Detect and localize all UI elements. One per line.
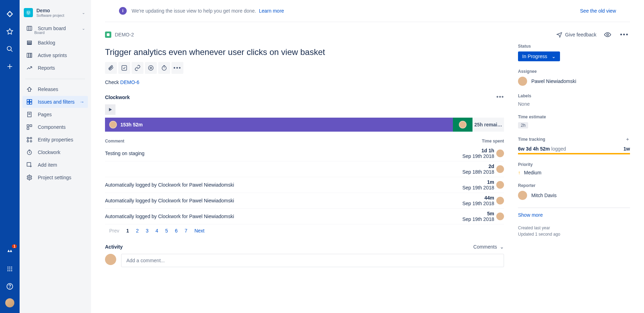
svg-point-38	[30, 137, 32, 139]
project-switcher[interactable]: Demo Software project ⌄	[22, 8, 88, 22]
svg-point-9	[11, 269, 12, 270]
clockwork-play-button[interactable]	[105, 104, 115, 115]
worklog-row[interactable]: Automatically logged by Clockwork for Pa…	[105, 209, 504, 224]
svg-rect-36	[27, 128, 29, 130]
activity-dropdown[interactable]: Comments ⌄	[473, 244, 504, 250]
sidebar-item-active-sprints[interactable]: Active sprints	[22, 49, 88, 61]
link-button[interactable]	[132, 62, 144, 74]
subtask-button[interactable]	[118, 62, 130, 74]
notification-badge: 1	[12, 244, 17, 248]
star-icon[interactable]	[4, 26, 15, 37]
worklog-time: 1mSep 19th 2018	[445, 179, 494, 190]
notification-icon[interactable]: 1	[4, 246, 15, 257]
time-bar-current	[453, 118, 472, 132]
more-actions-icon[interactable]: •••	[619, 29, 630, 40]
more-toolbar-button[interactable]: •••	[172, 62, 183, 74]
pager-page[interactable]: 5	[165, 228, 168, 234]
svg-point-53	[148, 65, 153, 70]
pager-page[interactable]: 7	[185, 228, 188, 234]
desc-link[interactable]: DEMO-6	[120, 79, 139, 85]
issue-description[interactable]: Check DEMO-6	[105, 79, 504, 85]
attach-button[interactable]	[105, 62, 117, 74]
svg-point-6	[11, 266, 12, 267]
give-feedback-label: Give feedback	[565, 32, 597, 37]
sidebar-item-label: Reports	[38, 65, 55, 71]
worklog-time: 1d 1hSep 19th 2018	[445, 148, 494, 159]
pager-page[interactable]: 3	[146, 228, 148, 234]
tt-logged-suffix: logged	[551, 146, 566, 152]
status-value: In Progress	[522, 54, 547, 59]
breadcrumb[interactable]: DEMO-2	[105, 32, 134, 38]
sidebar-item-label: Releases	[38, 86, 58, 92]
svg-rect-34	[27, 125, 29, 126]
worklog-row[interactable]: 2dSep 18th 2018	[105, 161, 504, 177]
sidebar-item-label: Entity properties	[38, 137, 73, 142]
board-icon	[26, 25, 33, 32]
time-tracking-label: Time tracking	[518, 137, 545, 142]
sidebar-item-components[interactable]: Components	[22, 121, 88, 133]
project-name: Demo	[36, 8, 64, 13]
labels-value[interactable]: None	[518, 101, 630, 107]
comment-input[interactable]: Add a comment...	[121, 254, 504, 267]
project-sidebar: Demo Software project ⌄ Scrum board ⌄ Bo…	[20, 0, 91, 313]
pager-page[interactable]: 2	[136, 228, 139, 234]
clockwork-more-icon[interactable]: •••	[496, 93, 504, 101]
svg-rect-29	[27, 102, 29, 104]
add-time-icon[interactable]: ＋	[625, 136, 630, 142]
old-view-link[interactable]: See the old view	[580, 8, 616, 14]
sidebar-item-entity-properties[interactable]: Entity properties	[22, 134, 88, 146]
time-tracking-line[interactable]: 6w 3d 4h 52m logged 1w	[518, 146, 630, 152]
divider	[518, 208, 630, 208]
worklog-row[interactable]: Automatically logged by Clockwork for Pa…	[105, 193, 504, 209]
svg-rect-28	[30, 99, 32, 102]
time-bar-logged: 153h 52m	[105, 118, 453, 132]
stopwatch-button[interactable]	[158, 62, 170, 74]
sidebar-item-scrum-board[interactable]: Scrum board ⌄	[22, 22, 88, 32]
svg-point-17	[29, 12, 30, 13]
sidebar-item-issues-filters[interactable]: Issues and filters →	[22, 96, 88, 108]
worklog-row[interactable]: Testing on staging1d 1hSep 19th 2018	[105, 146, 504, 161]
sidebar-item-add-item[interactable]: Add item	[22, 159, 88, 171]
info-icon: i	[119, 7, 127, 15]
sidebar-item-backlog[interactable]: Backlog	[22, 37, 88, 49]
banner-text: We're updating the issue view to help yo…	[132, 8, 256, 14]
pager-next[interactable]: Next	[194, 228, 204, 234]
sidebar-item-pages[interactable]: Pages	[22, 109, 88, 120]
watch-icon[interactable]	[602, 29, 613, 40]
reporter-field[interactable]: Mitch Davis	[518, 191, 630, 200]
worklog-time: 5mSep 19th 2018	[445, 211, 494, 222]
svg-point-15	[26, 10, 31, 15]
pager-page[interactable]: 4	[155, 228, 158, 234]
assignee-field[interactable]: Pawel Niewiadomski	[518, 77, 630, 86]
components-icon	[26, 124, 33, 131]
learn-more-link[interactable]: Learn more	[259, 8, 284, 14]
sidebar-item-project-settings[interactable]: Project settings	[22, 172, 88, 183]
priority-field[interactable]: ↑ Medium	[518, 170, 630, 175]
addon-button[interactable]	[145, 62, 157, 74]
sidebar-item-clockwork[interactable]: Clockwork	[22, 146, 88, 158]
jira-logo-icon[interactable]	[4, 8, 15, 20]
updated-meta: Updated 1 second ago	[518, 232, 630, 237]
show-more-link[interactable]: Show more	[518, 212, 543, 218]
help-icon[interactable]	[4, 281, 15, 292]
avatar	[496, 149, 504, 157]
app-switcher-icon[interactable]	[4, 263, 15, 274]
pager-page[interactable]: 1	[126, 228, 129, 234]
give-feedback-button[interactable]: Give feedback	[556, 32, 597, 38]
search-icon[interactable]	[4, 43, 15, 55]
sidebar-item-releases[interactable]: Releases	[22, 83, 88, 95]
pager-page[interactable]: 6	[175, 228, 178, 234]
user-avatar[interactable]	[5, 298, 14, 307]
status-button[interactable]: In Progress ⌄	[518, 51, 560, 61]
sidebar-item-reports[interactable]: Reports	[22, 62, 88, 74]
svg-rect-27	[27, 99, 29, 102]
create-icon[interactable]	[4, 61, 15, 72]
chevron-down-icon: ⌄	[500, 244, 504, 250]
sidebar-item-label: Pages	[38, 112, 52, 117]
time-estimate-value[interactable]: 2h	[518, 122, 528, 128]
issue-title[interactable]: Trigger analytics even whenever user cli…	[105, 47, 504, 57]
worklog-row[interactable]: Automatically logged by Clockwork for Pa…	[105, 177, 504, 193]
svg-rect-23	[27, 44, 31, 45]
avatar	[518, 77, 527, 86]
activity-title: Activity	[105, 244, 123, 250]
